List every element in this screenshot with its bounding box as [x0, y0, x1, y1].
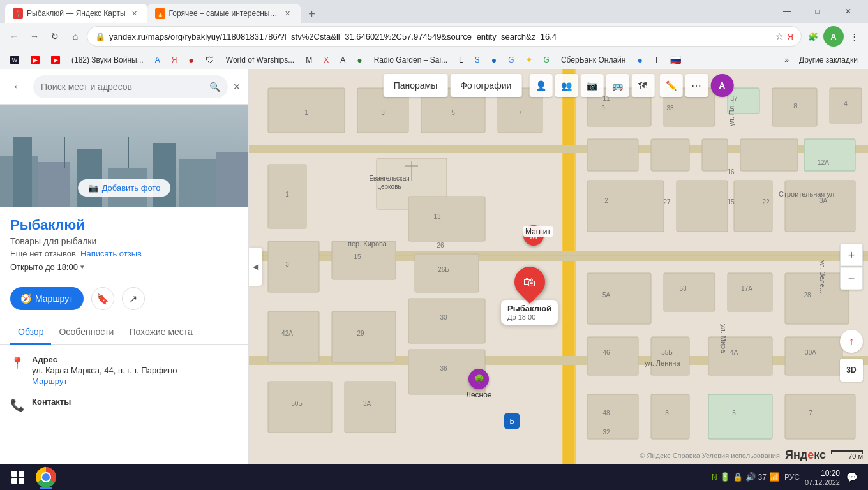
bookmark-green[interactable]: ● — [352, 53, 367, 67]
search-clear-button[interactable]: ✕ — [233, 82, 241, 92]
tab-overview[interactable]: Обзор — [10, 320, 51, 345]
bookmark-m[interactable]: M — [301, 53, 317, 67]
forward-button[interactable]: → — [26, 27, 43, 45]
route-button[interactable]: 🧭 Маршрут — [10, 287, 84, 310]
speaker-tray-icon[interactable]: 🔊 — [745, 472, 756, 482]
search-input-container[interactable]: 🔍 — [33, 75, 228, 98]
bookmark-w[interactable]: W — [5, 53, 24, 67]
bookmark-shield[interactable]: 🛡 — [200, 53, 220, 67]
address-route-link[interactable]: Маршрут — [32, 376, 67, 386]
search-icon[interactable]: 🔍 — [209, 82, 220, 92]
place-marker[interactable]: 🛍 Рыбаклюй До 18:00 — [501, 267, 558, 325]
tab-yandex-maps[interactable]: 📍 Рыбаклюй — Яндекс Карты ✕ — [5, 4, 147, 23]
bookmark-s[interactable]: S — [470, 53, 485, 67]
tab-hot[interactable]: 🔥 Горячее – самые интересные и... ✕ — [147, 4, 301, 23]
url-bar[interactable]: 🔒 yandex.ru/maps/org/rybaklyuy/118081831… — [87, 26, 802, 47]
tab-close-hot[interactable]: ✕ — [283, 8, 293, 19]
bookmark-sber[interactable]: СберБанк Онлайн — [556, 53, 631, 67]
bookmark-tiktok-icon: T — [654, 56, 659, 64]
bookmarks-more-button[interactable]: » — [781, 53, 793, 67]
bookmark-folder-label: Другие закладки — [799, 56, 858, 64]
scale-text: 70 м — [848, 452, 863, 460]
bookmark-zvuki[interactable]: (182) Звуки Войны... — [66, 53, 149, 67]
lesnoye-marker-container[interactable]: 🌳 Лесное — [466, 369, 492, 399]
settings-icon[interactable]: ⋮ — [845, 27, 863, 45]
layers-icon[interactable]: 🗺 — [631, 74, 654, 97]
keyboard-layout[interactable]: РУС — [782, 473, 802, 482]
taskbar-chrome[interactable] — [33, 464, 59, 490]
bus-icon[interactable]: 🚌 — [606, 74, 629, 97]
hours-dropdown-icon[interactable]: ▾ — [80, 263, 84, 271]
bookmark-star-icon[interactable]: ☆ — [775, 31, 784, 41]
zoom-controls: + − — [840, 244, 863, 290]
clock[interactable]: 10:20 07.12.2022 — [805, 468, 840, 487]
lesnoye-pin[interactable]: 🌳 — [468, 369, 489, 389]
svg-rect-32 — [785, 181, 855, 232]
bookmark-star2[interactable]: ✦ — [521, 53, 537, 67]
bus-stop-marker[interactable]: Б — [504, 413, 520, 429]
title-bar: 📍 Рыбаклюй — Яндекс Карты ✕ 🔥 Горячее – … — [0, 0, 868, 23]
start-button[interactable] — [3, 464, 33, 490]
wifi-tray-icon[interactable]: 📶 — [769, 472, 779, 482]
close-button[interactable]: ✕ — [834, 0, 863, 23]
bookmark-blue[interactable]: ● — [486, 53, 502, 67]
write-review-link[interactable]: Написать отзыв — [80, 249, 142, 258]
minimize-button[interactable]: — — [772, 0, 802, 23]
tab-close-maps[interactable]: ✕ — [130, 8, 140, 19]
bookmark-g2[interactable]: G — [539, 53, 555, 67]
extensions-icon[interactable]: 🧩 — [804, 27, 822, 45]
erase-icon[interactable]: ✏️ — [659, 74, 682, 97]
bookmark-a[interactable]: A — [150, 53, 165, 67]
search-back-button[interactable]: ← — [8, 77, 28, 97]
bookmark-g[interactable]: G — [503, 53, 519, 67]
back-button[interactable]: ← — [5, 27, 23, 45]
people-icon[interactable]: 👥 — [555, 74, 578, 97]
map-area[interactable]: ул. Пл... пер. Кирова Строительная ул. у… — [249, 69, 868, 464]
person-icon[interactable]: 👤 — [529, 74, 552, 97]
zoom-out-button[interactable]: − — [840, 267, 863, 290]
map-collapse-button[interactable]: ◀ — [249, 248, 262, 286]
nvidia-tray-icon[interactable]: N — [712, 473, 717, 482]
bookmark-l[interactable]: L — [454, 53, 468, 67]
bookmark-yt2[interactable]: ▶ — [46, 53, 65, 67]
panorama-button[interactable]: Панорамы — [384, 74, 448, 97]
bookmark-button[interactable]: 🔖 — [91, 287, 114, 310]
home-button[interactable]: ⌂ — [66, 27, 84, 45]
compass-button[interactable]: ↑ — [840, 330, 863, 353]
bookmark-browser[interactable]: ● — [632, 53, 647, 67]
bookmark-flag[interactable]: 🇷🇺 — [665, 53, 686, 67]
user-avatar[interactable]: А — [710, 74, 733, 97]
tab-similar[interactable]: Похожие места — [121, 320, 200, 345]
share-button[interactable]: ↗ — [122, 287, 145, 310]
camera-map-icon[interactable]: 📷 — [580, 74, 603, 97]
bookmark-x[interactable]: X — [318, 53, 334, 67]
battery-tray-icon[interactable]: 🔋 — [720, 472, 730, 482]
profile-icon[interactable]: А — [823, 26, 844, 47]
svg-text:36: 36 — [440, 365, 447, 372]
lock-tray-icon[interactable]: 🔒 — [733, 472, 743, 482]
notification-button[interactable]: 💬 — [842, 468, 860, 486]
bookmark-a2[interactable]: A — [335, 53, 350, 67]
bookmark-radio[interactable]: Radio Garden – Sai... — [369, 53, 453, 67]
bookmark-l-icon: L — [459, 56, 463, 64]
map-toolbar-more-button[interactable]: ⋯ — [685, 74, 708, 97]
bookmark-warships[interactable]: World of Warships... — [221, 53, 299, 67]
magnit-marker-container[interactable]: M Магнит — [523, 225, 553, 237]
bookmark-green-icon: ● — [357, 55, 362, 65]
bookmark-folder-other[interactable]: Другие закладки — [794, 53, 863, 67]
refresh-button[interactable]: ↻ — [46, 27, 64, 45]
bookmark-red-circle[interactable]: ● — [183, 53, 198, 67]
tab-features[interactable]: Особенности — [51, 320, 121, 345]
photo-button[interactable]: Фотографии — [450, 74, 521, 97]
3d-button[interactable]: 3D — [840, 359, 863, 382]
search-input[interactable] — [41, 82, 206, 92]
zoom-in-button[interactable]: + — [840, 244, 863, 267]
add-photo-button[interactable]: 📷 Добавить фото — [78, 179, 171, 197]
bookmark-ya[interactable]: Я — [167, 53, 183, 67]
bookmark-tiktok[interactable]: T — [649, 53, 664, 67]
restore-button[interactable]: □ — [803, 0, 832, 23]
bookmark-yt1[interactable]: ▶ — [26, 53, 45, 67]
bookmark-ya-label: Я — [172, 56, 177, 64]
new-tab-button[interactable]: + — [303, 5, 321, 23]
svg-rect-44 — [785, 337, 842, 375]
